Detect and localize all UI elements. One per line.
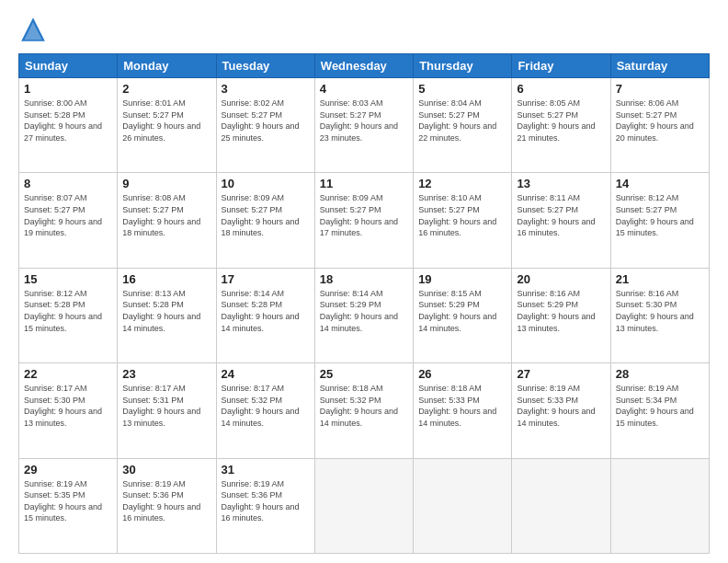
day-info: Sunrise: 8:08 AMSunset: 5:27 PMDaylight:… (122, 193, 200, 237)
day-info: Sunrise: 8:07 AMSunset: 5:27 PMDaylight:… (24, 193, 102, 237)
day-info: Sunrise: 8:19 AMSunset: 5:33 PMDaylight:… (517, 384, 595, 428)
day-cell: 23 Sunrise: 8:17 AMSunset: 5:31 PMDaylig… (118, 363, 216, 458)
day-info: Sunrise: 8:16 AMSunset: 5:30 PMDaylight:… (616, 289, 694, 333)
day-info: Sunrise: 8:10 AMSunset: 5:27 PMDaylight:… (418, 193, 496, 237)
day-number: 24 (222, 367, 310, 381)
day-cell: 6 Sunrise: 8:05 AMSunset: 5:27 PMDayligh… (512, 78, 610, 173)
day-cell: 31 Sunrise: 8:19 AMSunset: 5:36 PMDaylig… (216, 458, 314, 553)
col-header-sunday: Sunday (19, 54, 118, 78)
day-number: 5 (418, 82, 506, 96)
day-number: 18 (320, 272, 408, 286)
day-info: Sunrise: 8:09 AMSunset: 5:27 PMDaylight:… (320, 193, 398, 237)
day-number: 23 (122, 367, 210, 381)
day-info: Sunrise: 8:09 AMSunset: 5:27 PMDaylight:… (222, 193, 300, 237)
col-header-wednesday: Wednesday (314, 54, 413, 78)
day-cell (314, 458, 413, 553)
day-info: Sunrise: 8:17 AMSunset: 5:31 PMDaylight:… (122, 384, 200, 428)
day-info: Sunrise: 8:11 AMSunset: 5:27 PMDaylight:… (517, 193, 595, 237)
day-cell: 7 Sunrise: 8:06 AMSunset: 5:27 PMDayligh… (610, 78, 709, 173)
day-number: 15 (24, 272, 112, 286)
day-info: Sunrise: 8:06 AMSunset: 5:27 PMDaylight:… (616, 98, 694, 143)
day-info: Sunrise: 8:14 AMSunset: 5:28 PMDaylight:… (222, 289, 300, 333)
day-number: 30 (122, 463, 210, 477)
day-number: 7 (616, 82, 704, 96)
day-cell: 20 Sunrise: 8:16 AMSunset: 5:29 PMDaylig… (512, 268, 610, 362)
page: SundayMondayTuesdayWednesdayThursdayFrid… (0, 0, 728, 563)
day-number: 21 (616, 272, 704, 286)
day-number: 4 (320, 82, 408, 96)
week-row-2: 15 Sunrise: 8:12 AMSunset: 5:28 PMDaylig… (19, 268, 710, 362)
day-cell: 8 Sunrise: 8:07 AMSunset: 5:27 PMDayligh… (19, 173, 118, 268)
header (18, 15, 710, 44)
week-row-0: 1 Sunrise: 8:00 AMSunset: 5:28 PMDayligh… (19, 78, 710, 173)
day-info: Sunrise: 8:04 AMSunset: 5:27 PMDaylight:… (418, 98, 496, 143)
day-number: 20 (517, 272, 605, 286)
calendar: SundayMondayTuesdayWednesdayThursdayFrid… (18, 53, 710, 554)
day-number: 2 (122, 82, 210, 96)
col-header-friday: Friday (512, 54, 610, 78)
day-number: 13 (517, 177, 605, 190)
day-number: 17 (222, 272, 310, 286)
day-info: Sunrise: 8:18 AMSunset: 5:32 PMDaylight:… (320, 384, 398, 428)
day-info: Sunrise: 8:03 AMSunset: 5:27 PMDaylight:… (320, 98, 398, 143)
day-cell: 9 Sunrise: 8:08 AMSunset: 5:27 PMDayligh… (118, 173, 216, 268)
day-info: Sunrise: 8:01 AMSunset: 5:27 PMDaylight:… (122, 98, 200, 143)
day-cell: 11 Sunrise: 8:09 AMSunset: 5:27 PMDaylig… (314, 173, 413, 268)
day-info: Sunrise: 8:17 AMSunset: 5:30 PMDaylight:… (24, 384, 102, 428)
day-info: Sunrise: 8:00 AMSunset: 5:28 PMDaylight:… (24, 98, 102, 143)
week-row-1: 8 Sunrise: 8:07 AMSunset: 5:27 PMDayligh… (19, 173, 710, 268)
day-number: 29 (24, 463, 112, 477)
day-info: Sunrise: 8:15 AMSunset: 5:29 PMDaylight:… (418, 289, 496, 333)
day-info: Sunrise: 8:19 AMSunset: 5:35 PMDaylight:… (24, 479, 102, 523)
day-cell: 22 Sunrise: 8:17 AMSunset: 5:30 PMDaylig… (19, 363, 118, 458)
day-cell: 30 Sunrise: 8:19 AMSunset: 5:36 PMDaylig… (118, 458, 216, 553)
day-number: 8 (24, 177, 112, 190)
day-cell: 1 Sunrise: 8:00 AMSunset: 5:28 PMDayligh… (19, 78, 118, 173)
day-info: Sunrise: 8:05 AMSunset: 5:27 PMDaylight:… (517, 98, 595, 143)
day-number: 16 (122, 272, 210, 286)
day-number: 14 (616, 177, 704, 190)
day-cell: 29 Sunrise: 8:19 AMSunset: 5:35 PMDaylig… (19, 458, 118, 553)
week-row-4: 29 Sunrise: 8:19 AMSunset: 5:35 PMDaylig… (19, 458, 710, 553)
day-cell: 19 Sunrise: 8:15 AMSunset: 5:29 PMDaylig… (414, 268, 512, 362)
day-number: 9 (122, 177, 210, 190)
day-cell: 2 Sunrise: 8:01 AMSunset: 5:27 PMDayligh… (118, 78, 216, 173)
day-info: Sunrise: 8:17 AMSunset: 5:32 PMDaylight:… (222, 384, 300, 428)
day-info: Sunrise: 8:12 AMSunset: 5:27 PMDaylight:… (616, 193, 694, 237)
day-number: 27 (517, 367, 605, 381)
day-number: 1 (24, 82, 112, 96)
col-header-thursday: Thursday (414, 54, 512, 78)
logo (18, 15, 51, 44)
day-info: Sunrise: 8:13 AMSunset: 5:28 PMDaylight:… (122, 289, 200, 333)
day-info: Sunrise: 8:19 AMSunset: 5:36 PMDaylight:… (222, 479, 300, 523)
day-cell: 27 Sunrise: 8:19 AMSunset: 5:33 PMDaylig… (512, 363, 610, 458)
day-info: Sunrise: 8:12 AMSunset: 5:28 PMDaylight:… (24, 289, 102, 333)
logo-icon (18, 15, 48, 44)
day-number: 11 (320, 177, 408, 190)
day-number: 19 (418, 272, 506, 286)
day-number: 31 (222, 463, 310, 477)
day-cell: 25 Sunrise: 8:18 AMSunset: 5:32 PMDaylig… (314, 363, 413, 458)
day-info: Sunrise: 8:14 AMSunset: 5:29 PMDaylight:… (320, 289, 398, 333)
day-number: 12 (418, 177, 506, 190)
day-cell (414, 458, 512, 553)
day-cell: 13 Sunrise: 8:11 AMSunset: 5:27 PMDaylig… (512, 173, 610, 268)
day-info: Sunrise: 8:19 AMSunset: 5:34 PMDaylight:… (616, 384, 694, 428)
header-row: SundayMondayTuesdayWednesdayThursdayFrid… (19, 54, 710, 78)
day-cell: 14 Sunrise: 8:12 AMSunset: 5:27 PMDaylig… (610, 173, 709, 268)
day-cell: 15 Sunrise: 8:12 AMSunset: 5:28 PMDaylig… (19, 268, 118, 362)
day-info: Sunrise: 8:18 AMSunset: 5:33 PMDaylight:… (418, 384, 496, 428)
day-cell: 26 Sunrise: 8:18 AMSunset: 5:33 PMDaylig… (414, 363, 512, 458)
day-cell (610, 458, 709, 553)
day-number: 10 (222, 177, 310, 190)
day-cell (512, 458, 610, 553)
day-cell: 24 Sunrise: 8:17 AMSunset: 5:32 PMDaylig… (216, 363, 314, 458)
day-cell: 4 Sunrise: 8:03 AMSunset: 5:27 PMDayligh… (314, 78, 413, 173)
col-header-monday: Monday (118, 54, 216, 78)
day-cell: 5 Sunrise: 8:04 AMSunset: 5:27 PMDayligh… (414, 78, 512, 173)
day-cell: 10 Sunrise: 8:09 AMSunset: 5:27 PMDaylig… (216, 173, 314, 268)
day-cell: 28 Sunrise: 8:19 AMSunset: 5:34 PMDaylig… (610, 363, 709, 458)
day-number: 6 (517, 82, 605, 96)
day-cell: 18 Sunrise: 8:14 AMSunset: 5:29 PMDaylig… (314, 268, 413, 362)
col-header-saturday: Saturday (610, 54, 709, 78)
